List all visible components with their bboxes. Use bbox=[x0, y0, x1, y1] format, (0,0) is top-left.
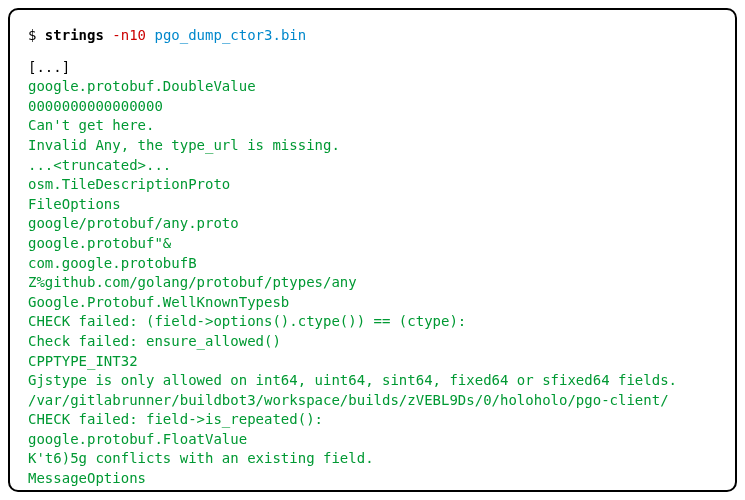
command-line: $ strings -n10 pgo_dump_ctor3.bin bbox=[28, 26, 717, 46]
output-line: CHECK failed: field->is_repeated(): bbox=[28, 410, 717, 430]
output-line: com.google.protobufB bbox=[28, 254, 717, 274]
output-line: K't6)5g conflicts with an existing field… bbox=[28, 449, 717, 469]
output-line: ...<truncated>... bbox=[28, 156, 717, 176]
output-line: " is already defined in file " bbox=[28, 489, 717, 492]
output-line: Gjstype is only allowed on int64, uint64… bbox=[28, 371, 717, 391]
output-line: google.protobuf"& bbox=[28, 234, 717, 254]
output-ellipsis-top: [...] bbox=[28, 58, 717, 78]
output-line: 0000000000000000 bbox=[28, 97, 717, 117]
output-line: CHECK failed: (field->options().ctype())… bbox=[28, 312, 717, 332]
output-line: Z%github.com/golang/protobuf/ptypes/any bbox=[28, 273, 717, 293]
output-block: [...] google.protobuf.DoubleValue 000000… bbox=[28, 58, 717, 492]
output-line: osm.TileDescriptionProto bbox=[28, 175, 717, 195]
output-line: CPPTYPE_INT32 bbox=[28, 352, 717, 372]
output-line: google.protobuf.FloatValue bbox=[28, 430, 717, 450]
output-line: Check failed: ensure_allowed() bbox=[28, 332, 717, 352]
output-line: Invalid Any, the type_url is missing. bbox=[28, 136, 717, 156]
terminal-window: $ strings -n10 pgo_dump_ctor3.bin [...] … bbox=[8, 8, 737, 492]
output-line: google.protobuf.DoubleValue bbox=[28, 77, 717, 97]
command-name: strings bbox=[45, 27, 104, 43]
output-line: /var/gitlabrunner/buildbot3/workspace/bu… bbox=[28, 391, 717, 411]
output-line: google/protobuf/any.proto bbox=[28, 214, 717, 234]
command-argument: pgo_dump_ctor3.bin bbox=[154, 27, 306, 43]
output-line: Can't get here. bbox=[28, 116, 717, 136]
shell-prompt: $ bbox=[28, 27, 45, 43]
output-line: Google.Protobuf.WellKnownTypesb bbox=[28, 293, 717, 313]
output-line: MessageOptions bbox=[28, 469, 717, 489]
output-line: FileOptions bbox=[28, 195, 717, 215]
command-flag: -n10 bbox=[112, 27, 146, 43]
